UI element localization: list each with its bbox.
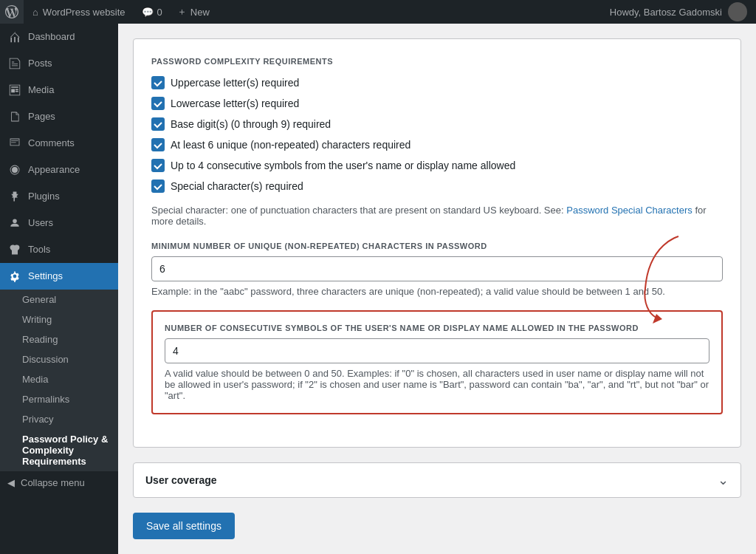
sidebar-item-label: Media bbox=[28, 83, 54, 97]
uppercase-checkbox[interactable] bbox=[151, 76, 165, 89]
posts-icon bbox=[7, 56, 22, 71]
pages-icon bbox=[7, 109, 22, 124]
sidebar-item-label: Dashboard bbox=[28, 30, 75, 44]
site-name: WordPress website bbox=[43, 7, 126, 18]
settings-icon bbox=[7, 269, 22, 284]
sidebar-item-label: Pages bbox=[28, 110, 55, 123]
sidebar-item-label: Appearance bbox=[28, 163, 80, 177]
min-chars-label: MINIMUM NUMBER OF UNIQUE (NON-REPEATED) … bbox=[151, 242, 723, 250]
uppercase-label: Uppercase letter(s) required bbox=[171, 77, 299, 89]
sidebar-item-label: Comments bbox=[28, 137, 75, 150]
checkbox-lowercase: Lowercase letter(s) required bbox=[151, 97, 723, 110]
user-coverage-title: User coverage bbox=[145, 474, 217, 486]
user-coverage-accordion[interactable]: User coverage ⌄ bbox=[133, 462, 741, 498]
sidebar-item-label: Posts bbox=[28, 57, 52, 70]
special-label: Special character(s) required bbox=[171, 180, 303, 192]
unique-label: At least 6 unique (non-repeated) charact… bbox=[171, 139, 410, 151]
consecutive-label: Up to 4 consecutive symbols from the use… bbox=[171, 160, 515, 171]
new-menu[interactable]: ＋ New bbox=[170, 0, 217, 24]
tools-icon bbox=[7, 242, 22, 257]
digits-label: Base digit(s) (0 through 9) required bbox=[171, 118, 331, 130]
consecutive-input[interactable] bbox=[165, 338, 709, 363]
sidebar-item-label: Plugins bbox=[28, 190, 60, 203]
sidebar-item-label: Tools bbox=[28, 243, 50, 256]
submenu-password-policy[interactable]: Password Policy & Complexity Requirement… bbox=[0, 429, 118, 471]
complexity-section-title: PASSWORD COMPLEXITY REQUIREMENTS bbox=[151, 57, 723, 66]
sidebar-item-label: Users bbox=[28, 216, 53, 230]
checkbox-digits: Base digit(s) (0 through 9) required bbox=[151, 117, 723, 131]
password-complexity-card: PASSWORD COMPLEXITY REQUIREMENTS Upperca… bbox=[133, 38, 741, 448]
special-chars-link[interactable]: Password Special Characters bbox=[566, 205, 693, 216]
save-button[interactable]: Save all settings bbox=[133, 513, 235, 539]
users-icon bbox=[7, 216, 22, 230]
unique-checkbox[interactable] bbox=[151, 138, 165, 151]
consecutive-field-group: NUMBER OF CONSECUTIVE SYMBOLS OF THE USE… bbox=[151, 310, 723, 414]
sidebar-item-dashboard[interactable]: Dashboard bbox=[0, 24, 118, 50]
appearance-icon bbox=[7, 163, 22, 177]
plugins-icon bbox=[7, 189, 22, 204]
submenu-reading[interactable]: Reading bbox=[0, 329, 118, 349]
comments-count: 0 bbox=[157, 7, 162, 18]
special-note-text: Special character: one of punctuation ch… bbox=[151, 205, 566, 216]
consecutive-help: A valid value should be between 0 and 50… bbox=[165, 368, 709, 401]
user-info: Howdy, Bartosz Gadomski bbox=[610, 2, 756, 21]
consecutive-label-text: NUMBER OF CONSECUTIVE SYMBOLS OF THE USE… bbox=[165, 324, 709, 332]
sidebar-item-settings[interactable]: Settings bbox=[0, 263, 118, 290]
sidebar-item-posts[interactable]: Posts bbox=[0, 50, 118, 77]
comments-link[interactable]: 💬 0 bbox=[134, 0, 170, 24]
digits-checkbox[interactable] bbox=[151, 117, 165, 131]
checkbox-unique: At least 6 unique (non-repeated) charact… bbox=[151, 138, 723, 151]
min-chars-help: Example: in the "aabc" password, three c… bbox=[151, 286, 723, 297]
special-checkbox[interactable] bbox=[151, 179, 165, 193]
sidebar-item-tools[interactable]: Tools bbox=[0, 236, 118, 263]
lowercase-label: Lowercase letter(s) required bbox=[171, 98, 299, 109]
plus-icon: ＋ bbox=[177, 5, 187, 18]
checkbox-list: Uppercase letter(s) required Lowercase l… bbox=[151, 76, 723, 193]
topbar: ⌂ WordPress website 💬 0 ＋ New Howdy, Bar… bbox=[0, 0, 756, 24]
sidebar: Dashboard Posts Media Pages bbox=[0, 24, 118, 554]
submenu-privacy[interactable]: Privacy bbox=[0, 409, 118, 429]
dashboard-icon bbox=[7, 30, 22, 44]
sidebar-item-media[interactable]: Media bbox=[0, 77, 118, 103]
special-note: Special character: one of punctuation ch… bbox=[151, 205, 723, 227]
comments-nav-icon bbox=[7, 136, 22, 151]
submenu-writing[interactable]: Writing bbox=[0, 310, 118, 329]
consecutive-checkbox[interactable] bbox=[151, 159, 165, 172]
chevron-down-icon: ⌄ bbox=[718, 472, 729, 488]
min-chars-field-group: MINIMUM NUMBER OF UNIQUE (NON-REPEATED) … bbox=[151, 242, 723, 297]
settings-submenu: General Writing Reading Discussion Media… bbox=[0, 290, 118, 471]
sidebar-item-plugins[interactable]: Plugins bbox=[0, 183, 118, 210]
sidebar-item-users[interactable]: Users bbox=[0, 210, 118, 236]
lowercase-checkbox[interactable] bbox=[151, 97, 165, 110]
main-content: PASSWORD COMPLEXITY REQUIREMENTS Upperca… bbox=[118, 24, 756, 554]
checkbox-special: Special character(s) required bbox=[151, 179, 723, 193]
sidebar-item-appearance[interactable]: Appearance bbox=[0, 157, 118, 183]
site-link[interactable]: ⌂ WordPress website bbox=[24, 0, 134, 24]
submenu-discussion[interactable]: Discussion bbox=[0, 349, 118, 369]
avatar bbox=[728, 2, 747, 21]
new-label: New bbox=[190, 7, 210, 18]
submenu-media[interactable]: Media bbox=[0, 369, 118, 389]
checkbox-consecutive: Up to 4 consecutive symbols from the use… bbox=[151, 159, 723, 172]
checkbox-uppercase: Uppercase letter(s) required bbox=[151, 76, 723, 89]
submenu-permalinks[interactable]: Permalinks bbox=[0, 389, 118, 409]
sidebar-item-pages[interactable]: Pages bbox=[0, 103, 118, 130]
sidebar-item-comments[interactable]: Comments bbox=[0, 130, 118, 157]
min-chars-input[interactable] bbox=[151, 256, 723, 281]
submenu-general[interactable]: General bbox=[0, 290, 118, 310]
wp-logo[interactable] bbox=[0, 0, 24, 24]
user-greeting: Howdy, Bartosz Gadomski bbox=[610, 7, 722, 18]
home-icon: ⌂ bbox=[32, 7, 38, 18]
sidebar-item-label: Settings bbox=[28, 270, 63, 283]
media-icon bbox=[7, 83, 22, 98]
collapse-icon: ◀ bbox=[7, 477, 15, 488]
comments-icon: 💬 bbox=[142, 7, 154, 18]
collapse-menu-button[interactable]: ◀ Collapse menu bbox=[0, 471, 118, 494]
collapse-label: Collapse menu bbox=[21, 477, 85, 488]
